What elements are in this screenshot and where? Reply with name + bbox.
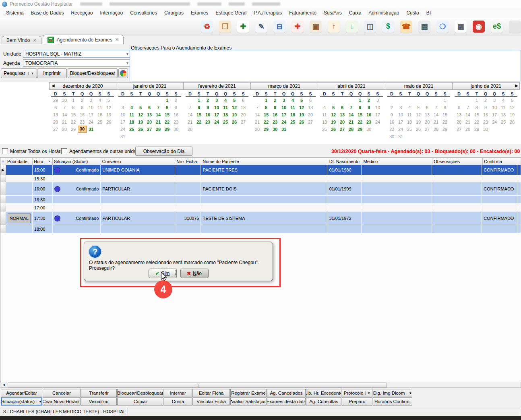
column-header-observacoes[interactable]: Observações	[432, 158, 483, 165]
chevron-down-icon[interactable]: ▼	[37, 400, 42, 403]
calendar-month-header[interactable]: março de 2021	[251, 82, 318, 90]
calendar-day[interactable]: 9	[387, 111, 396, 118]
calendar-day[interactable]: 22	[440, 118, 449, 126]
calendar-day[interactable]: 28	[186, 126, 194, 133]
imprimir-button[interactable]: Imprimir	[37, 68, 67, 78]
calendar-day[interactable]: 13	[338, 111, 347, 118]
calendar-day[interactable]: 25	[320, 126, 329, 133]
menu-item-estoque-geral[interactable]: Estoque Geral	[212, 8, 250, 17]
visualizar-button[interactable]: Visualizar	[81, 397, 117, 406]
calendar-day[interactable]: 26	[414, 126, 423, 133]
calendar-day[interactable]: 5	[104, 97, 113, 104]
calendar-day[interactable]: 6	[239, 97, 248, 104]
copiar-button[interactable]: Copiar	[117, 397, 163, 406]
power-icon[interactable]: ◉	[473, 21, 485, 33]
calendar-day[interactable]: 9	[172, 104, 180, 111]
calendar-day[interactable]: 1	[69, 97, 78, 104]
calendar-day[interactable]: 7	[463, 104, 472, 111]
clipped-icon[interactable]	[509, 21, 521, 33]
horarios-confirm-button[interactable]: Horários Confirm.	[373, 397, 412, 406]
calendar-day[interactable]: 27	[338, 126, 347, 133]
table-row-1800[interactable]: 18:00	[0, 225, 521, 234]
conta-button[interactable]: Conta	[164, 397, 192, 406]
column-header-nro-ficha[interactable]: Nro. Ficha	[175, 158, 201, 165]
calendar-day[interactable]: 20	[51, 118, 60, 126]
calendar-day[interactable]: 13	[51, 111, 60, 118]
calendar-day[interactable]: 12	[230, 104, 239, 111]
calendar-month-header[interactable]: maio de 2021	[385, 82, 453, 90]
criar-novo-horario-button[interactable]: Criar Novo Horário	[43, 397, 81, 406]
agendar-editar-button[interactable]: Agendar/Editar	[1, 389, 42, 397]
calendar-day[interactable]: 31	[87, 126, 95, 133]
dig-img-dicom-button[interactable]: Dig. Img Dicom▼	[373, 389, 412, 397]
calendar-day[interactable]: 27	[306, 118, 315, 126]
calendar-day[interactable]: 5	[297, 97, 306, 104]
situacao-status-button[interactable]: Situação(status)▼	[1, 397, 42, 406]
calendar-day[interactable]: 29	[472, 126, 481, 133]
calendar-day[interactable]: 5	[136, 104, 145, 111]
protocolo-button[interactable]: Protocolo▼	[342, 389, 372, 397]
calendar-day[interactable]: 18	[320, 118, 329, 126]
calendar-day[interactable]: 7	[253, 104, 262, 111]
calendar-day[interactable]: 17	[212, 111, 221, 118]
calendar-month-header[interactable]: ◀dezembro de 2020	[49, 82, 116, 90]
calendar-day[interactable]: 2	[387, 104, 396, 111]
calendar-day[interactable]: 30	[172, 126, 180, 133]
chevron-down-icon[interactable]: ▼	[365, 391, 370, 395]
calendar-day[interactable]: 6	[455, 104, 463, 111]
ledger-book-icon[interactable]: ▤	[418, 21, 430, 33]
column-header-hora[interactable]: Hora▲	[33, 158, 53, 165]
reception-folder-icon[interactable]: ❐	[219, 21, 231, 33]
calendar-day[interactable]: 27	[239, 118, 248, 126]
column-header-prioridade[interactable]: Prioridade	[6, 158, 33, 165]
calendar-day[interactable]: 19	[104, 111, 113, 118]
calendar-day[interactable]: 1	[356, 97, 364, 104]
calendar-day[interactable]: 20	[239, 111, 248, 118]
menu-item-administracao[interactable]: Administração	[365, 8, 403, 17]
calendar-day[interactable]: 23	[481, 118, 490, 126]
calendar-day[interactable]: 15	[356, 111, 364, 118]
calendar-day[interactable]: 14	[347, 111, 356, 118]
chat-icon[interactable]: ❍	[436, 21, 449, 33]
calendar-day[interactable]: 14	[60, 111, 69, 118]
column-header-medico[interactable]: Médico	[362, 158, 433, 165]
calendar-day[interactable]: 11	[288, 104, 297, 111]
calendar-day[interactable]: 26	[104, 118, 113, 126]
calendar-day[interactable]: 2	[203, 97, 212, 104]
calendar-day[interactable]: 13	[423, 111, 432, 118]
calendar-day[interactable]: 13	[455, 111, 463, 118]
calendar-day[interactable]: 16	[271, 111, 279, 118]
calendar-day[interactable]: 18	[405, 118, 414, 126]
calendar-day[interactable]: 29	[163, 126, 172, 133]
calendar-day[interactable]: 16	[172, 111, 180, 118]
unidade-select[interactable]: HOSPITAL SQL - MATRIZ ▼	[23, 50, 132, 58]
column-header-confirma[interactable]: Confirma	[483, 158, 518, 165]
bloquear-desbloquear-button[interactable]: Bloquer/Desbloquear	[68, 68, 118, 78]
calendar-day[interactable]: 26	[508, 118, 517, 126]
calendar-day[interactable]: 16	[203, 111, 212, 118]
calendar-day[interactable]: 8	[194, 104, 203, 111]
calendar-day[interactable]: 15	[163, 111, 172, 118]
calendar-day[interactable]: 24	[87, 118, 95, 126]
calendar-day[interactable]: 8	[356, 104, 364, 111]
calendar-day[interactable]: 9	[78, 104, 87, 111]
lib-hr-excedente-button[interactable]: Lib. Hr. Excedente	[306, 389, 341, 397]
calendar-day[interactable]: 31	[279, 126, 288, 133]
calendar-day[interactable]: 5	[230, 97, 239, 104]
hospital-bed-icon[interactable]: ⊟	[273, 21, 285, 33]
calendar-day[interactable]: 1	[194, 97, 203, 104]
calendar-day[interactable]: 16	[387, 118, 396, 126]
calendar-day[interactable]: 7	[347, 104, 356, 111]
calendar-day[interactable]: 21	[463, 118, 472, 126]
calendar-day[interactable]: 4	[405, 104, 414, 111]
column-header-convenio[interactable]: Convênio	[101, 158, 176, 165]
calendar-day[interactable]: 22	[472, 118, 481, 126]
calendar-day[interactable]: 25	[405, 126, 414, 133]
finance-down-icon[interactable]: ↓	[346, 21, 358, 33]
calendar-day[interactable]: 14	[253, 111, 262, 118]
preparo-button[interactable]: Preparo	[342, 397, 372, 406]
calendar-day[interactable]: 6	[145, 104, 154, 111]
calendar-day[interactable]: 18	[221, 111, 230, 118]
calendar-day[interactable]: 3	[212, 97, 221, 104]
calendar-day[interactable]: 28	[253, 126, 262, 133]
